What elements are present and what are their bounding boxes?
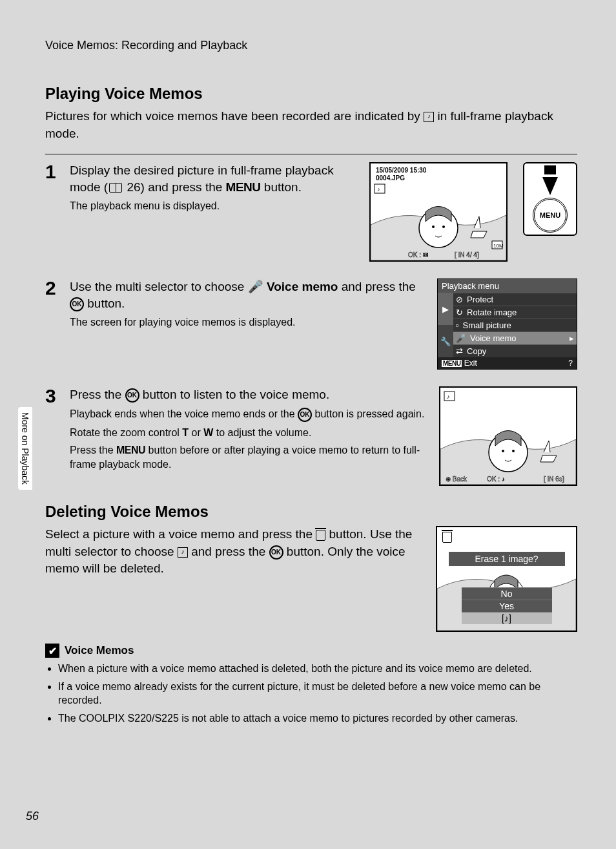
mic-icon: 🎤 xyxy=(248,280,267,293)
step-3: 3 Press the OK button to listen to the v… xyxy=(45,386,577,486)
lcd-screenshot-1: 15/05/2009 15:30 0004.JPG ♪ OK : ✉ [ IN … xyxy=(369,162,508,262)
ok-button-icon: OK xyxy=(269,545,283,560)
step-number: 2 xyxy=(45,278,63,298)
chevron-right-icon: ▸ xyxy=(570,333,574,343)
trash-icon xyxy=(316,530,325,541)
svg-text:OK : ♪: OK : ♪ xyxy=(487,476,505,483)
delete-text: Select a picture with a voice memo and p… xyxy=(45,526,423,578)
step1-sub: The playback menu is displayed. xyxy=(70,199,363,213)
section-header: Voice Memos: Recording and Playback xyxy=(45,39,577,52)
svg-point-2 xyxy=(432,225,435,228)
step2-sub: The screen for playing voice memos is di… xyxy=(70,315,431,330)
small-pic-icon: ▫ xyxy=(456,320,459,330)
step-2: 2 Use the multi selector to choose 🎤 Voi… xyxy=(45,278,577,370)
ok-button-icon: OK xyxy=(125,388,139,403)
divider xyxy=(45,154,577,154)
setup-tab-icon: 🔧 xyxy=(438,325,453,357)
playback-menu-screenshot: Playback menu ▶ 🔧 ⊘Protect ↻Rotate image… xyxy=(437,278,577,370)
note-title: Voice Memos xyxy=(65,644,134,657)
menu-word: MENU xyxy=(226,180,261,194)
svg-point-3 xyxy=(442,225,445,228)
step-1: 1 Display the desired picture in full-fr… xyxy=(45,162,577,262)
ok-button-icon: OK xyxy=(70,297,84,311)
erase-option-memo: [♪] xyxy=(462,612,552,624)
step-number: 1 xyxy=(45,162,63,182)
help-icon: ? xyxy=(568,359,573,368)
menu-button-circle: MENU xyxy=(533,198,568,233)
protect-icon: ⊘ xyxy=(456,295,463,304)
svg-text:OK : ✉: OK : ✉ xyxy=(408,251,428,258)
lcd-screenshot-3: ♪ ⊛ Back OK : ♪ [ IN 6s] xyxy=(439,386,577,486)
intro-playing: Pictures for which voice memos have been… xyxy=(45,108,577,142)
menu-item-copy: ⇄Copy xyxy=(453,344,577,357)
svg-text:[ IN   4/   4]: [ IN 4/ 4] xyxy=(455,251,479,258)
menu-item-protect: ⊘Protect xyxy=(453,293,577,306)
heading-playing: Playing Voice Memos xyxy=(45,85,577,103)
note-item: If a voice memo already exists for the c… xyxy=(58,680,577,708)
svg-text:♪: ♪ xyxy=(447,393,450,400)
erase-question: Erase 1 image? xyxy=(449,552,565,566)
note-item: When a picture with a voice memo attache… xyxy=(58,662,577,676)
menu-item-small: ▫Small picture xyxy=(453,319,577,331)
svg-point-12 xyxy=(502,450,504,452)
notes-section: ✔ Voice Memos When a picture with a voic… xyxy=(45,644,577,725)
manual-ref-icon xyxy=(109,183,122,193)
note-check-icon: ✔ xyxy=(45,644,59,658)
erase-option-no: No xyxy=(462,587,552,600)
heading-deleting: Deleting Voice Memos xyxy=(45,503,577,521)
menu-title: Playback menu xyxy=(438,279,577,293)
erase-dialog-screenshot: Erase 1 image? No Yes [♪] xyxy=(436,526,577,632)
note-item: The COOLPIX S220/S225 is not able to att… xyxy=(58,711,577,726)
page-number: 56 xyxy=(26,810,39,823)
rotate-icon: ↻ xyxy=(456,308,463,317)
lcd-date: 15/05/2009 15:30 xyxy=(376,167,427,174)
svg-text:♪: ♪ xyxy=(377,186,380,193)
menu-item-rotate: ↻Rotate image xyxy=(453,306,577,319)
menu-button-diagram: MENU xyxy=(523,162,577,236)
ok-button-icon: OK xyxy=(298,408,312,422)
erase-option-yes: Yes xyxy=(462,600,552,612)
voice-memo-file-icon: ♪ xyxy=(178,547,188,558)
svg-point-13 xyxy=(512,450,515,452)
voice-memo-icon: ♪ xyxy=(424,112,434,122)
arrow-down-icon xyxy=(542,177,558,195)
trash-icon xyxy=(442,531,452,543)
svg-text:⊛ Back: ⊛ Back xyxy=(446,476,467,483)
mic-icon: 🎤 xyxy=(456,333,466,343)
menu-item-voice-memo: 🎤Voice memo▸ xyxy=(453,331,577,344)
svg-text:10M: 10M xyxy=(493,243,504,249)
step-number: 3 xyxy=(45,386,63,406)
copy-icon: ⇄ xyxy=(456,346,463,356)
side-tab: More on Playback xyxy=(18,407,32,490)
lcd-file: 0004.JPG xyxy=(376,174,405,182)
svg-text:[ IN  6s]: [ IN 6s] xyxy=(544,476,564,483)
play-tab-icon: ▶ xyxy=(438,293,453,325)
